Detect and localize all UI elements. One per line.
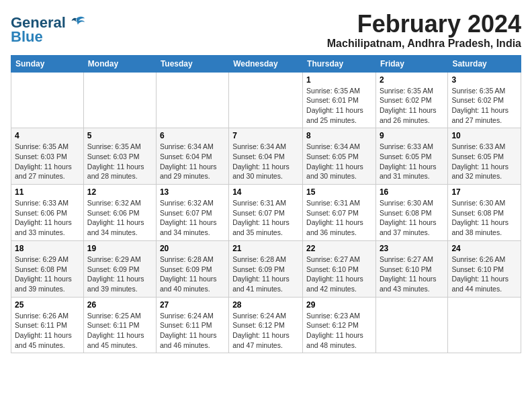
day-info: Sunrise: 6:26 AM Sunset: 6:11 PM Dayligh… — [15, 311, 80, 351]
day-info: Sunrise: 6:27 AM Sunset: 6:10 PM Dayligh… — [380, 255, 444, 294]
calendar-cell: 20Sunrise: 6:28 AM Sunset: 6:09 PM Dayli… — [156, 240, 228, 297]
day-info: Sunrise: 6:29 AM Sunset: 6:08 PM Dayligh… — [15, 255, 80, 294]
calendar-cell: 4Sunrise: 6:35 AM Sunset: 6:03 PM Daylig… — [11, 128, 84, 185]
calendar-week-row: 1Sunrise: 6:35 AM Sunset: 6:01 PM Daylig… — [11, 72, 521, 128]
day-number: 20 — [160, 244, 225, 253]
weekday-header-thursday: Thursday — [303, 55, 376, 72]
day-info: Sunrise: 6:35 AM Sunset: 6:01 PM Dayligh… — [306, 86, 372, 126]
day-number: 21 — [232, 244, 299, 253]
day-number: 19 — [87, 244, 152, 253]
calendar-cell: 9Sunrise: 6:33 AM Sunset: 6:05 PM Daylig… — [375, 128, 447, 185]
calendar-cell: 17Sunrise: 6:30 AM Sunset: 6:08 PM Dayli… — [448, 185, 521, 241]
day-number: 15 — [306, 187, 372, 197]
day-number: 14 — [232, 187, 299, 197]
calendar-week-row: 25Sunrise: 6:26 AM Sunset: 6:11 PM Dayli… — [11, 297, 521, 353]
day-number: 2 — [380, 75, 444, 85]
calendar-table: SundayMondayTuesdayWednesdayThursdayFrid… — [11, 55, 521, 354]
calendar-cell: 28Sunrise: 6:24 AM Sunset: 6:12 PM Dayli… — [229, 297, 303, 353]
day-info: Sunrise: 6:28 AM Sunset: 6:09 PM Dayligh… — [232, 255, 299, 294]
calendar-cell: 12Sunrise: 6:32 AM Sunset: 6:06 PM Dayli… — [83, 185, 156, 241]
day-info: Sunrise: 6:23 AM Sunset: 6:12 PM Dayligh… — [306, 311, 372, 351]
weekday-header-saturday: Saturday — [448, 55, 521, 72]
calendar-cell: 7Sunrise: 6:34 AM Sunset: 6:04 PM Daylig… — [229, 128, 303, 185]
day-info: Sunrise: 6:34 AM Sunset: 6:04 PM Dayligh… — [232, 142, 299, 181]
day-number: 4 — [15, 131, 80, 140]
calendar-week-row: 18Sunrise: 6:29 AM Sunset: 6:08 PM Dayli… — [11, 240, 521, 297]
day-number: 6 — [160, 131, 225, 140]
calendar-week-row: 11Sunrise: 6:33 AM Sunset: 6:06 PM Dayli… — [11, 185, 521, 241]
day-number: 25 — [15, 300, 80, 310]
day-info: Sunrise: 6:35 AM Sunset: 6:02 PM Dayligh… — [451, 86, 517, 126]
calendar-cell: 14Sunrise: 6:31 AM Sunset: 6:07 PM Dayli… — [229, 185, 303, 241]
calendar-cell: 22Sunrise: 6:27 AM Sunset: 6:10 PM Dayli… — [303, 240, 376, 297]
day-info: Sunrise: 6:31 AM Sunset: 6:07 PM Dayligh… — [306, 198, 372, 238]
day-number: 8 — [306, 131, 372, 140]
day-info: Sunrise: 6:35 AM Sunset: 6:02 PM Dayligh… — [380, 86, 444, 126]
calendar-header-row: SundayMondayTuesdayWednesdayThursdayFrid… — [11, 55, 521, 72]
weekday-header-wednesday: Wednesday — [229, 55, 303, 72]
calendar-cell: 29Sunrise: 6:23 AM Sunset: 6:12 PM Dayli… — [303, 297, 376, 353]
calendar-cell: 5Sunrise: 6:35 AM Sunset: 6:03 PM Daylig… — [83, 128, 156, 185]
day-number: 17 — [451, 187, 517, 197]
day-number: 18 — [15, 244, 80, 253]
day-number: 10 — [451, 131, 517, 140]
weekday-header-monday: Monday — [83, 55, 156, 72]
location-title: Machilipatnam, Andhra Pradesh, India — [327, 38, 521, 50]
day-number: 27 — [160, 300, 225, 310]
day-number: 29 — [306, 300, 372, 310]
day-info: Sunrise: 6:33 AM Sunset: 6:06 PM Dayligh… — [15, 198, 80, 238]
day-number: 26 — [87, 300, 152, 310]
day-info: Sunrise: 6:33 AM Sunset: 6:05 PM Dayligh… — [451, 142, 517, 181]
calendar-cell — [156, 72, 228, 128]
calendar-cell: 26Sunrise: 6:25 AM Sunset: 6:11 PM Dayli… — [83, 297, 156, 353]
month-title: February 2024 — [327, 11, 521, 38]
day-number: 23 — [380, 244, 444, 253]
weekday-header-friday: Friday — [375, 55, 447, 72]
calendar-cell: 3Sunrise: 6:35 AM Sunset: 6:02 PM Daylig… — [448, 72, 521, 128]
calendar-week-row: 4Sunrise: 6:35 AM Sunset: 6:03 PM Daylig… — [11, 128, 521, 185]
weekday-header-sunday: Sunday — [11, 55, 84, 72]
calendar-cell: 2Sunrise: 6:35 AM Sunset: 6:02 PM Daylig… — [375, 72, 447, 128]
calendar-cell: 27Sunrise: 6:24 AM Sunset: 6:11 PM Dayli… — [156, 297, 228, 353]
day-number: 11 — [15, 187, 80, 197]
day-info: Sunrise: 6:35 AM Sunset: 6:03 PM Dayligh… — [15, 142, 80, 181]
calendar-cell: 21Sunrise: 6:28 AM Sunset: 6:09 PM Dayli… — [229, 240, 303, 297]
day-info: Sunrise: 6:25 AM Sunset: 6:11 PM Dayligh… — [87, 311, 152, 351]
logo-bird-icon — [67, 13, 86, 32]
calendar-cell — [229, 72, 303, 128]
day-info: Sunrise: 6:24 AM Sunset: 6:12 PM Dayligh… — [232, 311, 299, 351]
calendar-cell: 8Sunrise: 6:34 AM Sunset: 6:05 PM Daylig… — [303, 128, 376, 185]
day-info: Sunrise: 6:28 AM Sunset: 6:09 PM Dayligh… — [160, 255, 225, 294]
calendar-cell: 19Sunrise: 6:29 AM Sunset: 6:09 PM Dayli… — [83, 240, 156, 297]
day-info: Sunrise: 6:27 AM Sunset: 6:10 PM Dayligh… — [306, 255, 372, 294]
day-info: Sunrise: 6:31 AM Sunset: 6:07 PM Dayligh… — [232, 198, 299, 238]
calendar-cell — [83, 72, 156, 128]
day-number: 22 — [306, 244, 372, 253]
day-info: Sunrise: 6:24 AM Sunset: 6:11 PM Dayligh… — [160, 311, 225, 351]
calendar-cell: 23Sunrise: 6:27 AM Sunset: 6:10 PM Dayli… — [375, 240, 447, 297]
calendar-cell — [375, 297, 447, 353]
weekday-header-tuesday: Tuesday — [156, 55, 228, 72]
day-info: Sunrise: 6:30 AM Sunset: 6:08 PM Dayligh… — [380, 198, 444, 238]
calendar-cell: 25Sunrise: 6:26 AM Sunset: 6:11 PM Dayli… — [11, 297, 84, 353]
day-number: 3 — [451, 75, 517, 85]
day-info: Sunrise: 6:35 AM Sunset: 6:03 PM Dayligh… — [87, 142, 152, 181]
day-number: 13 — [160, 187, 225, 197]
page-header: General Blue February 2024 Machilipatnam… — [11, 11, 521, 50]
logo: General Blue — [11, 13, 86, 44]
calendar-cell: 13Sunrise: 6:32 AM Sunset: 6:07 PM Dayli… — [156, 185, 228, 241]
day-number: 9 — [380, 131, 444, 140]
calendar-cell: 24Sunrise: 6:26 AM Sunset: 6:10 PM Dayli… — [448, 240, 521, 297]
day-number: 5 — [87, 131, 152, 140]
day-info: Sunrise: 6:32 AM Sunset: 6:06 PM Dayligh… — [87, 198, 152, 238]
day-number: 16 — [380, 187, 444, 197]
day-number: 7 — [232, 131, 299, 140]
day-number: 28 — [232, 300, 299, 310]
calendar-cell: 15Sunrise: 6:31 AM Sunset: 6:07 PM Dayli… — [303, 185, 376, 241]
day-info: Sunrise: 6:26 AM Sunset: 6:10 PM Dayligh… — [451, 255, 517, 294]
calendar-cell — [448, 297, 521, 353]
day-info: Sunrise: 6:30 AM Sunset: 6:08 PM Dayligh… — [451, 198, 517, 238]
calendar-cell — [11, 72, 84, 128]
calendar-cell: 18Sunrise: 6:29 AM Sunset: 6:08 PM Dayli… — [11, 240, 84, 297]
day-number: 24 — [451, 244, 517, 253]
